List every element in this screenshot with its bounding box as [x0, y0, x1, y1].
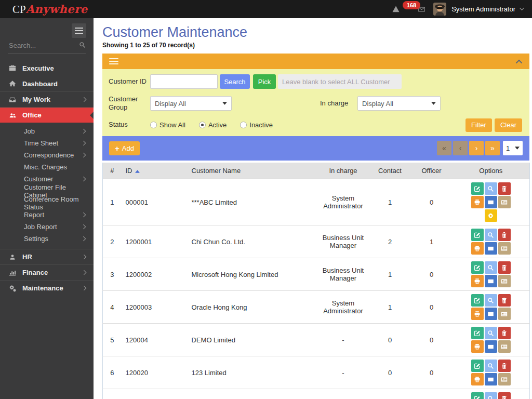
- print-button[interactable]: [471, 242, 484, 255]
- officer-cell: 0: [411, 291, 453, 324]
- search-button[interactable]: [485, 261, 497, 274]
- gear-button[interactable]: [485, 209, 497, 222]
- previous-page-button[interactable]: ‹: [453, 141, 468, 155]
- next-page-button[interactable]: ›: [469, 141, 484, 155]
- delete-button[interactable]: [498, 261, 511, 274]
- card-button[interactable]: [498, 308, 511, 320]
- print-button[interactable]: [471, 340, 484, 353]
- card-button[interactable]: [498, 242, 511, 255]
- status-radio-inactive[interactable]: Inactive: [240, 121, 273, 129]
- delete-button[interactable]: [498, 327, 511, 339]
- edit-button[interactable]: [471, 360, 484, 372]
- edit-button[interactable]: [471, 327, 484, 339]
- status-radio-show-all[interactable]: Show All: [150, 121, 185, 129]
- radio-icon: [199, 122, 206, 128]
- in-charge-select[interactable]: Display All: [357, 96, 441, 111]
- sidebar-item-misc-charges[interactable]: Misc. Charges: [0, 161, 94, 173]
- collapse-panel-icon[interactable]: [515, 59, 523, 64]
- email-button[interactable]: [485, 196, 497, 208]
- email-button[interactable]: [485, 242, 497, 255]
- sidebar-item-settings[interactable]: Settings: [0, 233, 94, 245]
- search-button[interactable]: [485, 182, 497, 195]
- card-button[interactable]: [498, 196, 511, 208]
- customer-id-input[interactable]: [150, 74, 218, 89]
- envelope-icon: [487, 343, 494, 350]
- app-logo[interactable]: CPAnywhere: [0, 0, 88, 19]
- search-button[interactable]: [485, 294, 497, 307]
- officer-cell: 0: [411, 179, 453, 225]
- column-header-customer-name[interactable]: Customer Name: [188, 163, 317, 179]
- sidebar-item-finance[interactable]: Finance: [0, 264, 94, 280]
- sidebar-item-report[interactable]: Report: [0, 209, 94, 221]
- sidebar-item-hr[interactable]: HR: [0, 249, 94, 264]
- filter-menu-icon[interactable]: [109, 58, 118, 64]
- pick-button[interactable]: Pick: [253, 74, 276, 89]
- sidebar-search-input[interactable]: [8, 41, 73, 50]
- first-page-button[interactable]: «: [437, 141, 451, 155]
- search-button[interactable]: Search: [220, 74, 250, 89]
- customer-group-select[interactable]: Display All: [150, 96, 232, 111]
- user-menu-label[interactable]: System Administrator: [451, 5, 515, 13]
- edit-button[interactable]: [471, 392, 484, 399]
- email-button[interactable]: [485, 373, 497, 385]
- sidebar-item-label: Conference Room Status: [24, 195, 86, 211]
- sidebar-item-office[interactable]: Office: [0, 107, 94, 123]
- filter-button[interactable]: Filter: [466, 118, 492, 132]
- email-button[interactable]: [485, 308, 497, 320]
- sidebar-item-conference-room-status[interactable]: Conference Room Status: [0, 197, 94, 209]
- print-button[interactable]: [471, 275, 484, 287]
- column-header-id[interactable]: ID: [122, 163, 188, 179]
- email-button[interactable]: [485, 275, 497, 287]
- page-select[interactable]: 1: [503, 141, 523, 155]
- search-button[interactable]: [485, 360, 497, 372]
- search-button[interactable]: [485, 327, 497, 339]
- column-header-officer[interactable]: Officer: [411, 163, 453, 179]
- print-button[interactable]: [471, 196, 484, 208]
- card-button[interactable]: [498, 373, 511, 385]
- edit-button[interactable]: [471, 229, 484, 241]
- chevron-right-icon: [83, 224, 86, 230]
- column-header-contact[interactable]: Contact: [369, 163, 411, 179]
- column-header-in-charge[interactable]: In charge: [317, 163, 369, 179]
- sidebar-item-job[interactable]: Job: [0, 125, 94, 137]
- delete-button[interactable]: [498, 182, 511, 195]
- customer-hint-input[interactable]: [278, 74, 402, 89]
- alerts-icon[interactable]: [392, 5, 400, 13]
- print-button[interactable]: [471, 308, 484, 320]
- sidebar-item-correspondence[interactable]: Correspondence: [0, 149, 94, 161]
- sidebar-item-time-sheet[interactable]: Time Sheet: [0, 137, 94, 149]
- magnifier-icon: [487, 264, 494, 271]
- edit-button[interactable]: [471, 182, 484, 195]
- status-radio-active[interactable]: Active: [199, 121, 227, 129]
- add-button[interactable]: + Add: [109, 141, 140, 155]
- delete-button[interactable]: [498, 229, 511, 241]
- radio-icon: [240, 122, 247, 128]
- sidebar-item-job-report[interactable]: Job Report: [0, 221, 94, 233]
- trash-icon: [501, 395, 508, 399]
- card-button[interactable]: [498, 340, 511, 353]
- search-button[interactable]: [485, 392, 497, 399]
- delete-button[interactable]: [498, 294, 511, 307]
- card-button[interactable]: [498, 275, 511, 287]
- print-button[interactable]: [471, 373, 484, 385]
- notification-count-badge[interactable]: 168: [403, 1, 420, 9]
- radio-icon: [150, 122, 157, 128]
- sidebar-item-label: Job: [24, 127, 35, 135]
- chevron-down-icon[interactable]: [519, 7, 525, 11]
- email-button[interactable]: [485, 340, 497, 353]
- column-header-options[interactable]: Options: [453, 163, 530, 179]
- sidebar-item-executive[interactable]: Executive: [0, 60, 94, 76]
- avatar[interactable]: [433, 3, 446, 16]
- column-header-[interactable]: #: [103, 163, 122, 179]
- sidebar-item-maintenance[interactable]: Maintenance: [0, 280, 94, 296]
- edit-button[interactable]: [471, 261, 484, 274]
- delete-button[interactable]: [498, 360, 511, 372]
- delete-button[interactable]: [498, 392, 511, 399]
- last-page-button[interactable]: »: [485, 141, 500, 155]
- sidebar-item-dashboard[interactable]: Dashboard: [0, 76, 94, 91]
- search-button[interactable]: [485, 229, 497, 241]
- edit-button[interactable]: [471, 294, 484, 307]
- sidebar-toggle-button[interactable]: [72, 23, 86, 38]
- clear-button[interactable]: Clear: [495, 118, 522, 132]
- sidebar-item-my-work[interactable]: My Work: [0, 91, 94, 107]
